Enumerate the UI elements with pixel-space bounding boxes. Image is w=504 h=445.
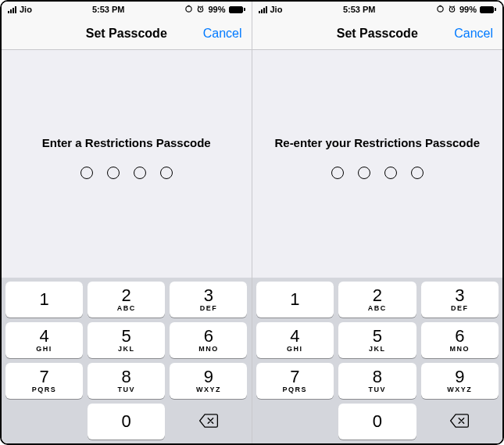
- keypad-digit: 0: [373, 413, 382, 430]
- keypad-digit: 4: [290, 328, 299, 345]
- keypad-key-6[interactable]: 6 MNO: [170, 322, 247, 358]
- keypad-digit: 9: [455, 368, 464, 386]
- keypad-letters: JKL: [118, 346, 135, 353]
- passcode-dot: [411, 167, 424, 179]
- passcode-dot: [160, 167, 173, 179]
- battery-pct: 99%: [208, 5, 225, 14]
- keypad-digit: 6: [455, 328, 464, 345]
- keypad-key-7[interactable]: 7 PQRS: [256, 363, 334, 399]
- passcode-content: Enter a Restrictions Passcode: [2, 50, 252, 278]
- alarm-icon: [196, 5, 205, 15]
- keypad-key-4[interactable]: 4 GHI: [5, 322, 83, 358]
- numeric-keypad: 1 2 ABC 3 DEF 4 GHI 5 JKL 6 MNO 7 PQRS 8…: [252, 278, 503, 443]
- keypad-digit: 9: [204, 368, 213, 386]
- keypad-digit: 8: [122, 368, 131, 386]
- status-left: Jio: [8, 5, 32, 14]
- svg-point-0: [186, 5, 191, 11]
- keypad-letters: DEF: [200, 305, 218, 312]
- status-time: 5:53 PM: [282, 5, 436, 14]
- battery-icon: [480, 6, 496, 13]
- orientation-lock-icon: [436, 5, 445, 15]
- keypad-digit: 8: [373, 368, 382, 386]
- keypad-delete[interactable]: [170, 404, 247, 440]
- keypad-key-0[interactable]: 0: [88, 404, 165, 440]
- signal-bars-icon: [8, 6, 16, 13]
- keypad-key-0[interactable]: 0: [338, 404, 416, 440]
- keypad-letters: ABC: [368, 305, 387, 312]
- keypad-delete[interactable]: [421, 404, 499, 440]
- keypad-key-8[interactable]: 8 TUV: [88, 363, 165, 399]
- keypad-digit: 4: [39, 328, 48, 345]
- keypad-key-3[interactable]: 3 DEF: [421, 282, 499, 318]
- status-right: 99%: [436, 5, 496, 15]
- passcode-dots: [80, 167, 173, 179]
- status-bar: Jio 5:53 PM 99%: [2, 2, 252, 17]
- keypad-letters: TUV: [369, 386, 387, 393]
- battery-pct: 99%: [459, 5, 477, 14]
- carrier-label: Jio: [270, 5, 283, 14]
- keypad-key-1[interactable]: 1: [5, 282, 83, 318]
- passcode-prompt: Enter a Restrictions Passcode: [34, 136, 219, 149]
- passcode-dot: [107, 167, 120, 179]
- passcode-dot: [134, 167, 146, 179]
- keypad-blank: [256, 404, 334, 440]
- keypad-digit: 1: [39, 291, 48, 308]
- keypad-letters: GHI: [287, 346, 303, 353]
- keypad-letters: TUV: [117, 386, 135, 393]
- keypad-digit: 3: [455, 287, 464, 304]
- keypad-letters: ABC: [117, 305, 136, 312]
- keypad-key-6[interactable]: 6 MNO: [421, 322, 499, 358]
- keypad-digit: 5: [122, 328, 131, 345]
- keypad-key-1[interactable]: 1: [256, 282, 334, 318]
- keypad-key-2[interactable]: 2 ABC: [338, 282, 416, 318]
- passcode-content: Re-enter your Restrictions Passcode: [252, 50, 503, 278]
- keypad-key-9[interactable]: 9 WXYZ: [170, 363, 247, 399]
- keypad-letters: MNO: [198, 346, 219, 353]
- status-time: 5:53 PM: [32, 5, 185, 14]
- keypad-digit: 7: [290, 368, 299, 386]
- keypad-key-3[interactable]: 3 DEF: [170, 282, 247, 318]
- keypad-digit: 7: [39, 368, 48, 386]
- battery-icon: [229, 6, 245, 13]
- orientation-lock-icon: [184, 5, 193, 15]
- keypad-letters: DEF: [451, 305, 469, 312]
- keypad-key-8[interactable]: 8 TUV: [338, 363, 416, 399]
- keypad-key-7[interactable]: 7 PQRS: [5, 363, 83, 399]
- delete-left-icon: [198, 413, 219, 431]
- nav-title: Set Passcode: [252, 27, 503, 41]
- keypad-digit: 0: [122, 413, 131, 430]
- keypad-digit: 2: [122, 287, 131, 304]
- keypad-digit: 3: [204, 287, 213, 304]
- keypad-digit: 1: [290, 291, 299, 308]
- keypad-key-9[interactable]: 9 WXYZ: [421, 363, 499, 399]
- keypad-digit: 6: [204, 328, 213, 345]
- signal-bars-icon: [259, 6, 267, 13]
- passcode-dot: [358, 167, 370, 179]
- keypad-key-2[interactable]: 2 ABC: [88, 282, 165, 318]
- nav-bar: Set Passcode Cancel: [252, 17, 503, 50]
- carrier-label: Jio: [20, 5, 32, 14]
- svg-point-2: [438, 5, 443, 11]
- keypad-digit: 2: [373, 287, 382, 304]
- keypad-letters: PQRS: [32, 386, 57, 393]
- keypad-key-5[interactable]: 5 JKL: [338, 322, 416, 358]
- keypad-key-4[interactable]: 4 GHI: [256, 322, 334, 358]
- passcode-prompt: Re-enter your Restrictions Passcode: [266, 136, 488, 149]
- status-bar: Jio 5:53 PM 99%: [252, 2, 503, 17]
- status-right: 99%: [184, 5, 245, 15]
- keypad-letters: WXYZ: [196, 386, 221, 393]
- keypad-key-5[interactable]: 5 JKL: [88, 322, 165, 358]
- passcode-dots: [331, 167, 424, 179]
- delete-left-icon: [449, 413, 470, 431]
- nav-bar: Set Passcode Cancel: [2, 17, 252, 50]
- keypad-letters: WXYZ: [447, 386, 472, 393]
- numeric-keypad: 1 2 ABC 3 DEF 4 GHI 5 JKL 6 MNO 7 PQRS 8…: [2, 278, 252, 443]
- phone-screen: Jio 5:53 PM 99% Set Passcode Cancel Ente…: [2, 2, 252, 443]
- passcode-dot: [331, 167, 344, 179]
- phone-screen: Jio 5:53 PM 99% Set Passcode Cancel Re-e…: [252, 2, 503, 443]
- status-left: Jio: [259, 5, 283, 14]
- keypad-digit: 5: [373, 328, 382, 345]
- passcode-dot: [384, 167, 397, 179]
- keypad-blank: [5, 404, 83, 440]
- passcode-dot: [80, 167, 93, 179]
